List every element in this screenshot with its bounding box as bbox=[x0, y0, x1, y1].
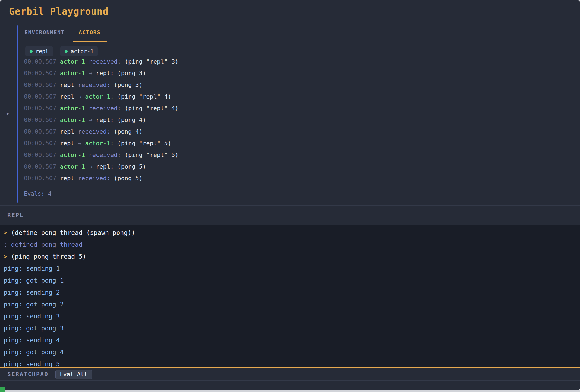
actor-badge-repl[interactable]: repl bbox=[25, 46, 53, 56]
actors-panel-content: ENVIRONMENTACTORS replactor-1 00:00.507 … bbox=[24, 23, 580, 205]
log-line: 00:00.507 repl received: (pong 3) bbox=[24, 79, 573, 91]
log-received-label: received: bbox=[74, 81, 110, 88]
log-message: (ping "repl" 3) bbox=[121, 59, 179, 65]
log-message: (ping "repl" 5) bbox=[114, 140, 171, 147]
log-sender: actor-1 bbox=[60, 163, 85, 170]
actors-panel: ▸ ENVIRONMENTACTORS replactor-1 00:00.50… bbox=[0, 23, 580, 206]
repl-output-text: ping: sending 2 bbox=[4, 289, 60, 296]
repl-input-text: (define pong-thread (spawn pong)) bbox=[11, 229, 135, 236]
repl-output-text: ping: sending 5 bbox=[4, 361, 60, 367]
log-message: (pong 5) bbox=[114, 163, 146, 170]
evals-status: Evals: 4 bbox=[24, 191, 573, 197]
repl-line-output: ping: sending 4 bbox=[4, 334, 580, 346]
collapse-arrow-icon[interactable]: ▸ bbox=[6, 110, 10, 117]
log-message: (pong 3) bbox=[110, 81, 143, 88]
repl-line-output: ping: got pong 2 bbox=[4, 298, 580, 310]
repl-comment-prompt: ; bbox=[4, 241, 11, 248]
repl-line-output: ping: sending 3 bbox=[4, 310, 580, 322]
log-line: 00:00.507 repl → actor-1: (ping "repl" 5… bbox=[24, 137, 573, 149]
log-recipient: repl: bbox=[96, 70, 114, 77]
log-actor: actor-1 bbox=[60, 59, 85, 65]
log-recipient: actor-1: bbox=[85, 93, 114, 100]
log-actor: repl bbox=[60, 175, 74, 182]
actor-message-log[interactable]: 00:00.507 actor-1 received: (ping "repl"… bbox=[24, 59, 573, 184]
log-sender: repl bbox=[60, 140, 74, 147]
log-message: (ping "repl" 4) bbox=[114, 93, 171, 100]
log-timestamp: 00:00.507 bbox=[24, 59, 60, 65]
repl-output[interactable]: > (define pong-thread (spawn pong)); def… bbox=[0, 225, 580, 367]
repl-prompt: > bbox=[4, 229, 11, 236]
tab-environment[interactable]: ENVIRONMENT bbox=[24, 23, 65, 42]
log-actor: actor-1 bbox=[60, 105, 85, 112]
repl-line-input: > (ping pong-thread 5) bbox=[4, 251, 580, 263]
arrow-right-icon: → bbox=[74, 93, 85, 100]
log-message: (ping "repl" 4) bbox=[121, 105, 179, 112]
log-timestamp: 00:00.507 bbox=[24, 70, 60, 77]
log-line: 00:00.507 actor-1 received: (ping "repl"… bbox=[24, 149, 573, 161]
scratchpad-bar: SCRATCHPAD Eval All bbox=[0, 368, 580, 381]
actor-status-dot-icon bbox=[65, 50, 68, 53]
log-actor: repl bbox=[60, 128, 74, 135]
arrow-right-icon: → bbox=[85, 70, 96, 77]
repl-line-output: ping: got pong 4 bbox=[4, 346, 580, 358]
repl-output-text: ping: sending 3 bbox=[4, 313, 60, 320]
repl-section: REPL > (define pong-thread (spawn pong))… bbox=[0, 206, 580, 367]
repl-line-output: ping: sending 2 bbox=[4, 286, 580, 298]
log-sender: repl bbox=[60, 93, 74, 100]
repl-header: REPL bbox=[0, 206, 580, 225]
log-message: (ping "repl" 5) bbox=[121, 151, 179, 158]
app-window: Gerbil Playground ▸ ENVIRONMENTACTORS re… bbox=[0, 0, 580, 390]
arrow-right-icon: → bbox=[74, 140, 85, 147]
footer-strip bbox=[0, 381, 580, 390]
log-timestamp: 00:00.507 bbox=[24, 140, 60, 147]
actor-badge-actor-1[interactable]: actor-1 bbox=[60, 46, 98, 56]
repl-output-text: ping: got pong 3 bbox=[4, 325, 64, 332]
log-line: 00:00.507 repl received: (pong 4) bbox=[24, 126, 573, 137]
log-actor: actor-1 bbox=[60, 151, 85, 158]
log-actor: repl bbox=[60, 81, 74, 88]
app-header: Gerbil Playground bbox=[0, 0, 580, 23]
log-timestamp: 00:00.507 bbox=[24, 175, 60, 182]
repl-output-text: ping: got pong 4 bbox=[4, 349, 64, 356]
log-sender: actor-1 bbox=[60, 70, 85, 77]
log-message: (pong 4) bbox=[114, 116, 146, 123]
log-timestamp: 00:00.507 bbox=[24, 105, 60, 112]
repl-line-comment: ; defined pong-thread bbox=[4, 239, 580, 251]
log-timestamp: 00:00.507 bbox=[24, 81, 60, 88]
repl-output-text: ping: sending 4 bbox=[4, 337, 60, 344]
log-timestamp: 00:00.507 bbox=[24, 163, 60, 170]
log-message: (pong 5) bbox=[110, 175, 143, 182]
log-message: (pong 3) bbox=[114, 70, 146, 77]
actor-badge-label: repl bbox=[36, 48, 49, 55]
log-received-label: received: bbox=[85, 105, 121, 112]
repl-output-text: ping: got pong 2 bbox=[4, 301, 64, 308]
repl-output-text: ping: sending 1 bbox=[4, 265, 60, 272]
repl-line-input: > (define pong-thread (spawn pong)) bbox=[4, 227, 580, 239]
log-timestamp: 00:00.507 bbox=[24, 116, 60, 123]
repl-prompt: > bbox=[4, 253, 11, 260]
repl-line-output: ping: got pong 3 bbox=[4, 322, 580, 334]
log-recipient: repl: bbox=[96, 163, 114, 170]
log-timestamp: 00:00.507 bbox=[24, 128, 60, 135]
repl-line-output: ping: got pong 1 bbox=[4, 274, 580, 286]
app-title: Gerbil Playground bbox=[9, 6, 109, 17]
log-line: 00:00.507 actor-1 → repl: (pong 3) bbox=[24, 67, 573, 79]
eval-all-button[interactable]: Eval All bbox=[55, 370, 92, 379]
repl-output-text: ping: got pong 1 bbox=[4, 277, 64, 284]
log-received-label: received: bbox=[74, 128, 110, 135]
repl-comment-text: defined pong-thread bbox=[11, 241, 83, 248]
log-recipient: actor-1: bbox=[85, 140, 114, 147]
log-timestamp: 00:00.507 bbox=[24, 151, 60, 158]
actor-status-dot-icon bbox=[30, 50, 33, 53]
scratchpad-label: SCRATCHPAD bbox=[7, 371, 48, 378]
tab-actors[interactable]: ACTORS bbox=[78, 23, 101, 42]
log-received-label: received: bbox=[85, 151, 121, 158]
log-received-label: received: bbox=[74, 175, 110, 182]
log-received-label: received: bbox=[85, 59, 121, 65]
log-timestamp: 00:00.507 bbox=[24, 93, 60, 100]
log-sender: actor-1 bbox=[60, 116, 85, 123]
repl-line-output: ping: sending 1 bbox=[4, 263, 580, 274]
log-line: 00:00.507 actor-1 → repl: (pong 5) bbox=[24, 161, 573, 172]
panel-tabs: ENVIRONMENTACTORS bbox=[24, 23, 573, 42]
log-line: 00:00.507 actor-1 received: (ping "repl"… bbox=[24, 102, 573, 114]
